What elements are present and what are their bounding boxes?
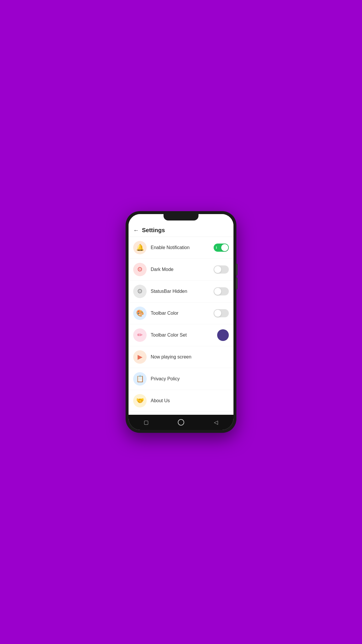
notch <box>164 214 198 220</box>
nav-home-button[interactable] <box>177 418 185 426</box>
setting-item-statusbar-hidden[interactable]: ⚙StatusBar Hidden <box>129 281 233 302</box>
enable-notification-label: Enable Notification <box>151 245 214 250</box>
dark-mode-toggle[interactable] <box>214 265 229 274</box>
dark-mode-label: Dark Mode <box>151 267 214 272</box>
dark-mode-toggle-knob <box>214 266 221 273</box>
setting-item-toolbar-color[interactable]: 🎨Toolbar Color <box>129 302 233 324</box>
phone-screen: ← Settings 🔔Enable Notification⚙Dark Mod… <box>129 214 233 430</box>
toolbar-color-label: Toolbar Color <box>151 311 214 316</box>
nav-square-button[interactable]: ▢ <box>142 418 150 426</box>
toolbar-color-set-color-dot[interactable] <box>217 329 229 341</box>
toolbar-color-icon: 🎨 <box>133 307 147 320</box>
back-button[interactable]: ← <box>133 227 139 234</box>
toolbar-color-toggle-knob <box>214 310 221 317</box>
side-buttons <box>236 264 238 289</box>
volume-down-button[interactable] <box>236 278 238 289</box>
now-playing-screen-icon: ▶ <box>133 350 147 364</box>
notch-bar <box>129 214 233 223</box>
about-us-icon: 🤝 <box>133 394 147 407</box>
toolbar-color-toggle[interactable] <box>214 309 229 317</box>
setting-item-privacy-policy[interactable]: 📋Privacy Policy <box>129 368 233 390</box>
setting-item-dark-mode[interactable]: ⚙Dark Mode <box>129 259 233 281</box>
dark-mode-icon: ⚙ <box>133 263 147 276</box>
enable-notification-toggle[interactable] <box>214 244 229 252</box>
statusbar-hidden-toggle[interactable] <box>214 287 229 295</box>
setting-item-enable-notification[interactable]: 🔔Enable Notification <box>129 237 233 259</box>
statusbar-hidden-toggle-knob <box>214 288 221 295</box>
toolbar-color-set-icon: ✏ <box>133 328 147 342</box>
statusbar-hidden-icon: ⚙ <box>133 285 147 298</box>
square-icon: ▢ <box>144 419 149 426</box>
triangle-icon: ◁ <box>214 419 218 426</box>
toolbar-color-set-label: Toolbar Color Set <box>151 332 217 338</box>
statusbar-hidden-label: StatusBar Hidden <box>151 289 214 294</box>
privacy-policy-icon: 📋 <box>133 372 147 386</box>
about-us-label: About Us <box>151 398 229 403</box>
header: ← Settings <box>129 223 233 237</box>
setting-item-open-source-licences[interactable]: 💬Open Source Licences <box>129 412 233 415</box>
phone-frame: ← Settings 🔔Enable Notification⚙Dark Mod… <box>126 211 236 433</box>
privacy-policy-label: Privacy Policy <box>151 376 229 382</box>
setting-item-about-us[interactable]: 🤝About Us <box>129 390 233 412</box>
settings-list: 🔔Enable Notification⚙Dark Mode⚙StatusBar… <box>129 237 233 415</box>
bottom-nav: ▢ ◁ <box>129 415 233 430</box>
setting-item-toolbar-color-set[interactable]: ✏Toolbar Color Set <box>129 324 233 346</box>
enable-notification-toggle-knob <box>221 244 228 251</box>
now-playing-screen-label: Now playing screen <box>151 354 229 360</box>
nav-back-button[interactable]: ◁ <box>212 418 220 426</box>
page-title: Settings <box>142 227 165 234</box>
enable-notification-icon: 🔔 <box>133 241 147 254</box>
volume-up-button[interactable] <box>236 264 238 275</box>
screen-content: ← Settings 🔔Enable Notification⚙Dark Mod… <box>129 223 233 415</box>
setting-item-now-playing-screen[interactable]: ▶Now playing screen <box>129 346 233 368</box>
home-circle-icon <box>178 419 184 426</box>
